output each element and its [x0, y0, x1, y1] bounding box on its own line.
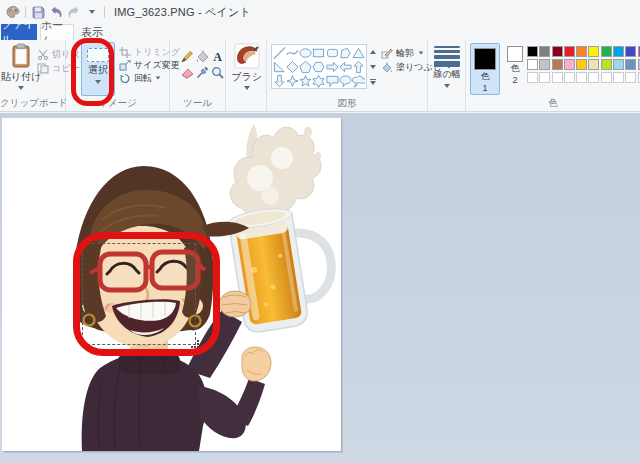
outline-caret[interactable] — [419, 51, 424, 54]
shape-callout-cloud-icon[interactable] — [352, 74, 365, 88]
tools-grid: A — [180, 48, 226, 80]
color-palette — [527, 46, 640, 85]
shape-polygon-icon[interactable] — [339, 46, 352, 60]
line-width-button[interactable]: 線の幅 — [433, 46, 461, 88]
shape-gallery-scroll — [368, 44, 377, 89]
palette-empty-slot[interactable] — [527, 72, 538, 83]
palette-color-22B14C[interactable] — [601, 46, 612, 57]
shape-arrow-right-icon[interactable] — [326, 60, 339, 74]
palette-color-B5E61D[interactable] — [601, 59, 612, 70]
outline-button[interactable]: 輪郭 — [381, 47, 424, 59]
paste-label: 貼り付け — [1, 70, 41, 84]
shape-rounded-rectangle-icon[interactable] — [326, 46, 339, 60]
qat-menu-caret[interactable] — [84, 4, 100, 20]
shape-right-triangle-icon[interactable] — [273, 60, 286, 74]
paste-caret[interactable] — [18, 86, 24, 90]
shape-hexagon-icon[interactable] — [312, 60, 325, 74]
shapes-more-button[interactable] — [368, 74, 377, 89]
palette-color-000000[interactable] — [527, 46, 538, 57]
rotate-caret[interactable] — [156, 76, 161, 79]
group-label-shapes: 図形 — [267, 97, 427, 110]
shape-star-4-icon[interactable] — [286, 74, 299, 88]
palette-empty-slot[interactable] — [613, 72, 624, 83]
shape-line-icon[interactable] — [273, 46, 286, 60]
palette-color-7092BE[interactable] — [625, 59, 636, 70]
annotation-circle-avatar-face — [73, 232, 220, 356]
shape-rectangle-icon[interactable] — [312, 46, 325, 60]
shape-callout-rect-icon[interactable] — [326, 74, 339, 88]
group-clipboard: 貼り付け 切り取り コピー クリップボード — [0, 40, 66, 111]
pencil-tool-icon[interactable] — [180, 48, 195, 64]
line-width-icon — [434, 46, 460, 67]
palette-color-FFFFFF[interactable] — [527, 59, 538, 70]
shape-arrow-up-icon[interactable] — [352, 60, 365, 74]
palette-color-99D9EA[interactable] — [613, 59, 624, 70]
brush-button[interactable]: ブラシ — [232, 43, 261, 90]
palette-empty-slot[interactable] — [601, 72, 612, 83]
shape-triangle-icon[interactable] — [352, 46, 365, 60]
shapes-scroll-up[interactable] — [368, 44, 377, 59]
palette-empty-slot[interactable] — [625, 72, 636, 83]
palette-color-ED1C24[interactable] — [564, 46, 575, 57]
shape-diamond-icon[interactable] — [286, 60, 299, 74]
shape-arrow-left-icon[interactable] — [339, 60, 352, 74]
paint-window: IMG_3623.PNG - ペイント ファイル ホーム 表示 貼り付け 切り取… — [0, 0, 640, 463]
clipboard-icon — [11, 43, 31, 69]
group-brush: ブラシ . — [226, 40, 267, 111]
palette-empty-slot[interactable] — [588, 72, 599, 83]
hand-on-mug — [219, 291, 251, 317]
outline-label: 輪郭 — [396, 47, 414, 60]
group-colors: 色 1 色 2 色 — [466, 40, 640, 111]
palette-color-FFF200[interactable] — [588, 46, 599, 57]
fill-bucket-tool-icon[interactable] — [195, 48, 210, 64]
palette-empty-slot[interactable] — [539, 72, 550, 83]
tab-home[interactable]: ホーム — [40, 24, 74, 40]
svg-text:A: A — [213, 50, 222, 63]
line-width-caret[interactable] — [444, 84, 450, 88]
palette-color-C3C3C3[interactable] — [539, 59, 550, 70]
resize-icon — [119, 60, 131, 71]
shape-ellipse-icon[interactable] — [299, 46, 312, 60]
palette-empty-slot[interactable] — [552, 72, 563, 83]
palette-color-7F7F7F[interactable] — [539, 46, 550, 57]
palette-empty-slot[interactable] — [564, 72, 575, 83]
shape-star-6-icon[interactable] — [312, 74, 325, 88]
text-tool-icon[interactable]: A — [210, 48, 225, 64]
palette-color-880015[interactable] — [552, 46, 563, 57]
color2-label: 色 — [511, 62, 520, 75]
color1-button[interactable]: 色 1 — [470, 43, 500, 95]
title-bar: IMG_3623.PNG - ペイント — [0, 0, 640, 24]
color2-button[interactable]: 色 2 — [504, 46, 526, 85]
palette-color-B97A57[interactable] — [552, 59, 563, 70]
palette-color-FF7F27[interactable] — [576, 46, 587, 57]
color2-number: 2 — [512, 75, 517, 85]
palette-empty-slot[interactable] — [576, 72, 587, 83]
tab-file[interactable]: ファイル — [1, 24, 37, 40]
shapes-scroll-down[interactable] — [368, 59, 377, 74]
group-shapes: 輪郭 塗りつぶし 図形 — [267, 40, 428, 111]
eraser-tool-icon[interactable] — [180, 64, 195, 80]
shape-arrow-down-icon[interactable] — [273, 74, 286, 88]
shape-curve-icon[interactable] — [286, 46, 299, 60]
palette-color-FFAEC9[interactable] — [564, 59, 575, 70]
shape-callout-oval-icon[interactable] — [339, 74, 352, 88]
fill-style-icon — [381, 62, 393, 73]
group-label-clipboard: クリップボード — [0, 97, 65, 110]
magnifier-tool-icon[interactable] — [210, 64, 225, 80]
paste-button[interactable]: 貼り付け — [6, 43, 36, 90]
palette-color-00A2E8[interactable] — [613, 46, 624, 57]
rotate-label: 回転 — [134, 72, 152, 85]
group-stroke-width: 線の幅 . — [428, 40, 466, 111]
palette-color-EFE4B0[interactable] — [588, 59, 599, 70]
brush-caret[interactable] — [244, 86, 250, 90]
eyedropper-tool-icon[interactable] — [195, 64, 210, 80]
shape-star-5-icon[interactable] — [299, 74, 312, 88]
outline-icon — [381, 48, 393, 59]
color1-swatch — [474, 48, 496, 70]
annotation-circle-select-tool — [71, 38, 114, 106]
crop-icon — [119, 47, 131, 58]
shape-pentagon-icon[interactable] — [299, 60, 312, 74]
rotate-button[interactable]: 回転 — [119, 72, 161, 84]
palette-color-FFC90E[interactable] — [576, 59, 587, 70]
palette-color-3F48CC[interactable] — [625, 46, 636, 57]
